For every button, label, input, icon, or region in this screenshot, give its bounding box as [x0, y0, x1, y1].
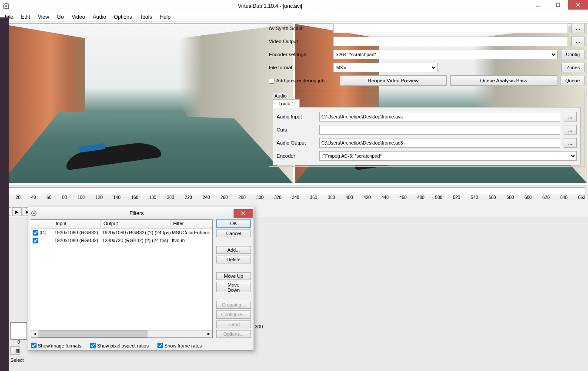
queue-analysis-button[interactable]: Queue Analysis Pass: [450, 75, 557, 86]
tick: 240: [203, 195, 210, 206]
zones-button[interactable]: Zones: [561, 63, 585, 72]
options-button[interactable]: Options...: [216, 330, 251, 338]
menu-help[interactable]: Help: [156, 13, 174, 21]
filter-row-checkbox[interactable]: [33, 238, 38, 243]
tab-track1[interactable]: Track 1: [273, 99, 300, 108]
svg-rect-2: [556, 3, 560, 7]
avisynth-browse-button[interactable]: ...: [571, 24, 585, 33]
cuts-input[interactable]: [319, 125, 560, 135]
audio-output-field[interactable]: [319, 138, 560, 148]
filter-row-checkbox[interactable]: [33, 230, 38, 236]
svg-point-4: [33, 212, 35, 214]
show-par-checkbox[interactable]: Show pixel aspect ratios: [90, 343, 149, 348]
menu-video[interactable]: Video: [68, 13, 89, 21]
filters-dialog-icon: [28, 210, 40, 216]
tick: 200: [167, 195, 174, 206]
encoder-settings-label: Encoder settings: [269, 52, 330, 57]
tick: 40: [31, 195, 36, 206]
menu-go[interactable]: Go: [53, 13, 68, 21]
cancel-button[interactable]: Cancel: [216, 229, 251, 237]
tick: 100: [77, 195, 85, 206]
move-up-button[interactable]: Move Up: [216, 272, 251, 280]
video-output-input[interactable]: [333, 37, 568, 46]
audio-input-label: Audio Input: [277, 114, 316, 119]
filter-row[interactable]: 1920x1080 (RGB32)1280x720 (RGB32) (?) (2…: [31, 236, 212, 244]
filter-row[interactable]: [C]1920x1080 (RGB32)1920x1080 (RGB32) (?…: [31, 229, 212, 236]
navigator-widget: 0 ▦ Select: [10, 322, 27, 363]
menu-audio[interactable]: Audio: [89, 13, 110, 21]
reopen-preview-button[interactable]: Reopen Video Preview: [340, 75, 447, 86]
tick: 20: [16, 195, 20, 206]
encoder-panel: AviSynth Script ... Video Output ... Enc…: [269, 22, 585, 371]
file-format-select[interactable]: MKV: [333, 63, 438, 72]
config-button[interactable]: Config: [561, 50, 585, 59]
video-output-label: Video Output: [269, 39, 330, 44]
close-button[interactable]: [568, 0, 588, 10]
configure-button[interactable]: Configure...: [216, 310, 251, 318]
move-down-button[interactable]: Move Down: [216, 282, 251, 292]
encoder-settings-select[interactable]: x264: *scratchpad*: [333, 50, 558, 59]
tick: 280: [238, 195, 246, 206]
titlebar: VirtualDub 1.10.4 - [unc.avi]: [0, 0, 588, 12]
audio-encoder-label: Encoder: [277, 153, 316, 159]
filter-list-scrollbar[interactable]: ◂▸: [31, 330, 212, 337]
audio-group: Audio Track 1 Audio Input ... Cuts ... A…: [269, 90, 585, 167]
navigator-button[interactable]: ▦: [10, 346, 20, 355]
svg-point-1: [5, 5, 7, 7]
minimize-button[interactable]: [528, 0, 548, 10]
menu-view[interactable]: View: [34, 13, 53, 21]
tick: 140: [113, 195, 120, 206]
tick: 260: [220, 195, 228, 206]
audio-encoder-select[interactable]: FFmpeg AC-3: *scratchpad*: [319, 151, 577, 161]
filters-dialog-close-button[interactable]: [234, 209, 253, 218]
add-button[interactable]: Add...: [216, 246, 251, 254]
app-icon: [0, 0, 12, 12]
audio-input-field[interactable]: [319, 112, 560, 121]
play-input-button[interactable]: ▶: [12, 207, 22, 216]
video-output-browse-button[interactable]: ...: [571, 37, 585, 46]
filter-list[interactable]: Input Output Filter [C]1920x1080 (RGB32)…: [31, 219, 213, 338]
cuts-browse-button[interactable]: ...: [564, 125, 577, 135]
tick: 220: [185, 195, 192, 206]
blend-button[interactable]: Blend: [216, 320, 251, 328]
cropping-button[interactable]: Cropping...: [216, 301, 251, 309]
ok-button[interactable]: OK: [216, 219, 251, 228]
delete-button[interactable]: Delete: [216, 256, 251, 263]
menubar: File Edit View Go Video Audio Options To…: [0, 12, 588, 22]
tick: 60: [47, 195, 51, 206]
select-label: Select: [10, 358, 27, 363]
audio-output-label: Audio Output: [277, 140, 316, 145]
tick: 300: [256, 195, 264, 206]
menu-options[interactable]: Options: [110, 13, 136, 21]
prerender-checkbox[interactable]: Add pre-rendering job: [269, 78, 336, 84]
file-format-label: File format: [269, 65, 330, 70]
tick: 180: [149, 195, 157, 206]
frame-count-label: 300: [255, 324, 263, 329]
tick: 120: [95, 195, 103, 206]
show-fps-checkbox[interactable]: Show frame rates: [157, 343, 202, 348]
tick: 160: [131, 195, 139, 206]
input-preview-pane[interactable]: [1, 24, 293, 183]
filters-dialog: Filters Input Output Filter [C]1920x1080…: [28, 207, 254, 351]
cuts-label: Cuts: [277, 127, 316, 132]
queue-button[interactable]: Queue: [561, 76, 585, 85]
maximize-button[interactable]: [548, 0, 568, 10]
tick: 80: [62, 195, 67, 206]
show-img-formats-checkbox[interactable]: Show image formats: [31, 343, 81, 348]
menu-edit[interactable]: Edit: [17, 13, 34, 21]
avisynth-input[interactable]: [333, 24, 568, 33]
left-sidebar: [0, 17, 9, 371]
avisynth-label: AviSynth Script: [269, 26, 330, 31]
audio-output-browse-button[interactable]: ...: [564, 138, 577, 148]
audio-input-browse-button[interactable]: ...: [564, 112, 577, 121]
col-input-header[interactable]: Input: [53, 220, 101, 228]
filters-dialog-title: Filters: [40, 210, 234, 216]
window-title: VirtualDub 1.10.4 - [unc.avi]: [12, 3, 528, 9]
col-filter-header[interactable]: Filter: [170, 220, 212, 228]
col-output-header[interactable]: Output: [101, 220, 170, 228]
audio-group-title: Audio: [273, 93, 288, 98]
menu-tools[interactable]: Tools: [136, 13, 156, 21]
